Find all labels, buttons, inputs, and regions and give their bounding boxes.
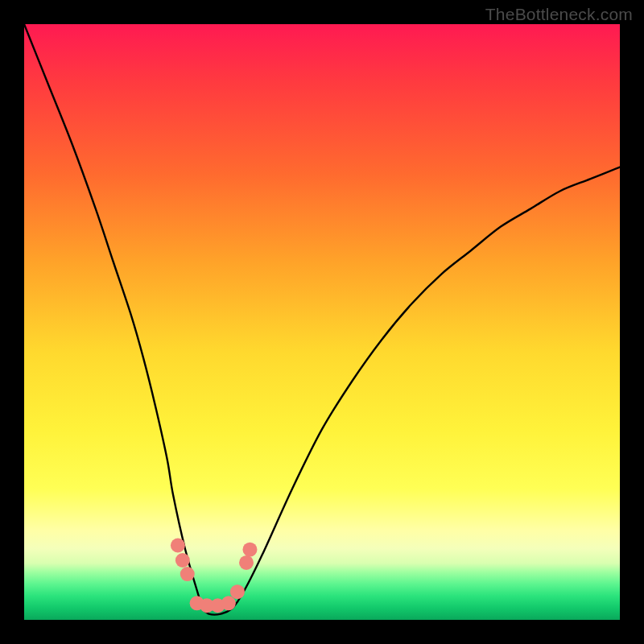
chart-plot-area [24,24,620,620]
chart-frame: TheBottleneck.com [0,0,644,644]
data-point-marker [221,596,236,610]
data-point-marker [230,584,245,599]
data-point-marker [239,555,254,570]
bottleneck-curve [24,24,620,614]
data-point-marker [171,539,185,553]
watermark-text: TheBottleneck.com [485,5,633,24]
data-point-marker [242,543,257,557]
data-point-marker [175,553,190,568]
data-point-markers [171,539,258,613]
chart-svg [24,24,620,620]
data-point-marker [180,567,195,581]
